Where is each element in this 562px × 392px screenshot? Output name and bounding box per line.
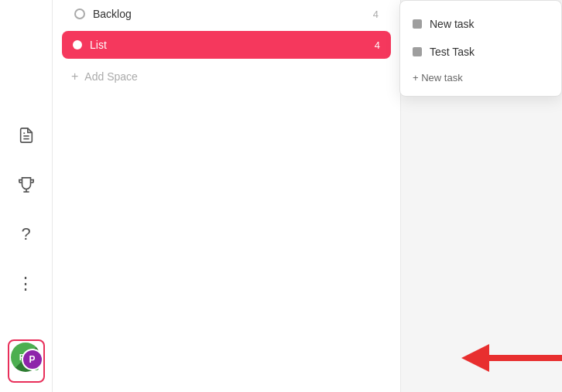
test-task-icon: [413, 47, 422, 56]
list-label: List: [90, 39, 107, 51]
add-space-plus-icon: +: [71, 70, 78, 84]
dropdown-item-new-task[interactable]: New task: [400, 10, 561, 38]
new-task-link[interactable]: + New task: [400, 66, 561, 90]
more-icon[interactable]: ⋮: [11, 268, 42, 299]
add-space-button[interactable]: + Add Space: [53, 62, 400, 91]
new-task-icon: [413, 19, 422, 29]
dropdown-test-task-label: Test Task: [430, 46, 475, 58]
help-icon[interactable]: ?: [11, 219, 42, 250]
icon-bar: ? ⋮ PC P: [0, 0, 53, 392]
backlog-count: 4: [373, 9, 379, 20]
document-icon[interactable]: [11, 120, 42, 151]
add-space-label: Add Space: [84, 70, 138, 83]
svg-rect-4: [485, 355, 562, 361]
sidebar-item-list[interactable]: List 4: [62, 31, 391, 59]
sidebar-item-backlog[interactable]: Backlog 4: [53, 0, 400, 28]
list-count: 4: [375, 39, 380, 51]
trophy-icon[interactable]: [11, 169, 42, 200]
backlog-label: Backlog: [93, 8, 132, 20]
list-dot-icon: [73, 40, 82, 49]
avatar-area[interactable]: PC P: [8, 339, 45, 383]
dropdown-new-task-label: New task: [430, 18, 475, 30]
sidebar: Backlog 4 List 4 + Add Space: [53, 0, 401, 392]
red-arrow: [461, 341, 562, 375]
dropdown-panel: New task Test Task + New task: [399, 0, 562, 97]
backlog-icon: [74, 9, 85, 19]
avatar-p: P: [22, 349, 43, 370]
main-content: New task Test Task + New task: [401, 0, 562, 392]
dropdown-item-test-task[interactable]: Test Task: [400, 38, 561, 66]
svg-marker-5: [461, 344, 489, 372]
